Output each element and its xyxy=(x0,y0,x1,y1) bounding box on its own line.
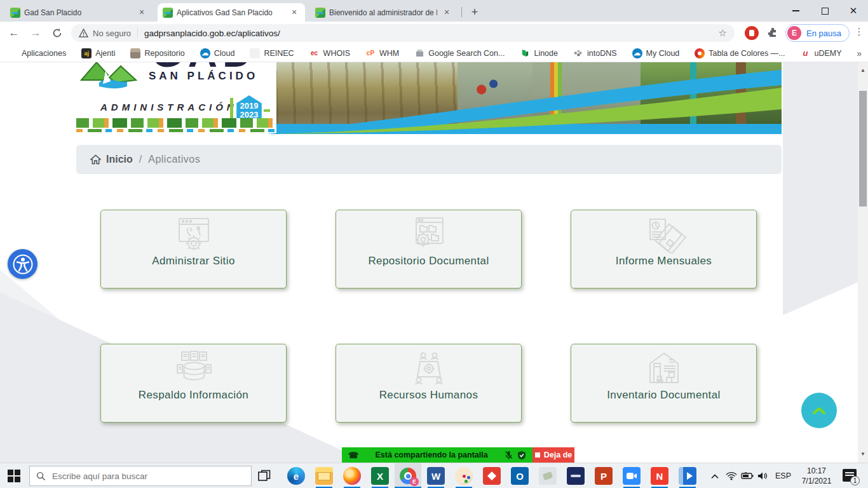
bookmark-aplicaciones[interactable]: Aplicaciones xyxy=(8,48,66,58)
bookmark-cloud[interactable]: ☁ Cloud xyxy=(200,48,235,58)
card-administrar-sitio[interactable]: Administrar Sitio xyxy=(100,210,287,288)
wifi-icon[interactable] xyxy=(726,463,737,488)
document-inventory-icon xyxy=(641,349,687,388)
clock-time: 10:17 xyxy=(797,466,836,476)
bookmark-star-icon[interactable]: ☆ xyxy=(719,27,727,39)
tab-aplicativos[interactable]: Aplicativos Gad San Placido × xyxy=(158,3,305,22)
tab-separator xyxy=(461,7,462,17)
card-label: Inventario Documental xyxy=(607,389,721,402)
gad-favicon xyxy=(315,8,325,18)
omnibox-divider xyxy=(137,28,138,38)
taskbar-clock[interactable]: 10:17 7/1/2021 xyxy=(797,466,836,486)
url-text[interactable]: gadprsanplacido.gob.ec/aplicativos/ xyxy=(144,29,719,38)
bookmark-whm[interactable]: cP WHM xyxy=(365,48,399,58)
card-inventario-documental[interactable]: Inventario Documental xyxy=(571,344,757,423)
paint-icon[interactable] xyxy=(455,467,473,485)
card-repositorio-documental[interactable]: Repositorio Documental xyxy=(336,210,522,288)
file-explorer-icon[interactable] xyxy=(315,467,333,485)
breadcrumb: Inicio / Aplicativos xyxy=(76,145,782,174)
accessibility-widget-button[interactable] xyxy=(8,249,37,279)
window-close-button[interactable]: ✕ xyxy=(839,0,868,22)
stop-sharing-button[interactable]: Deja de xyxy=(532,447,574,463)
bookmark-ajenti[interactable]: aj Ajenti xyxy=(81,48,115,58)
microphone-muted-icon xyxy=(505,451,513,460)
bookmark-tabla-colores[interactable]: Tabla de Colores —... xyxy=(695,48,785,58)
scroll-to-top-button[interactable] xyxy=(801,393,837,428)
site-admin-icon xyxy=(171,215,217,254)
apps-grid-icon xyxy=(8,48,18,58)
ecuador-ec-icon: ec xyxy=(309,48,320,58)
bookmarks-bar: Aplicaciones aj Ajenti Repositorio ☁ Clo… xyxy=(0,44,868,62)
powerpoint-icon[interactable]: P xyxy=(595,467,613,485)
excel-icon[interactable]: X xyxy=(371,467,389,485)
back-icon[interactable]: ← xyxy=(5,24,23,42)
card-informe-mensuales[interactable]: Informe Mensuales xyxy=(571,210,757,288)
language-indicator[interactable]: ESP xyxy=(775,463,791,488)
page-scrollbar[interactable]: ▲ ▼ xyxy=(858,62,868,463)
bookmark-whois[interactable]: ec WHOIS xyxy=(309,48,350,58)
chrome-icon[interactable]: E xyxy=(399,467,417,485)
bookmark-linode[interactable]: Linode xyxy=(520,48,558,58)
security-label[interactable]: No seguro xyxy=(93,29,131,38)
bookmarks-overflow-icon[interactable]: » xyxy=(857,48,862,58)
profile-avatar: E xyxy=(787,26,801,40)
start-button[interactable] xyxy=(8,470,20,482)
color-wheel-icon xyxy=(695,48,705,58)
tray-chevron-icon[interactable] xyxy=(710,463,719,488)
gad-favicon xyxy=(163,8,173,18)
bookmark-reinec[interactable]: REINEC xyxy=(250,48,294,58)
pdf-app-icon[interactable]: N xyxy=(651,467,668,485)
scrollbar-thumb[interactable] xyxy=(859,91,867,207)
monthly-report-icon xyxy=(641,215,687,254)
tab-administrador[interactable]: Bienvenido al administrador de I × xyxy=(310,3,458,22)
word-icon[interactable]: W xyxy=(427,467,445,485)
bookmark-mycloud[interactable]: ☁ My Cloud xyxy=(632,48,680,58)
bookmark-udemy[interactable]: u uDEMY xyxy=(801,48,842,58)
scrollbar-up-icon[interactable]: ▲ xyxy=(858,67,868,73)
card-respaldo-informacion[interactable]: Respaldo Información xyxy=(100,344,287,423)
bookmark-search-console[interactable]: Google Search Con... xyxy=(414,48,505,58)
tab-close-icon[interactable]: × xyxy=(136,7,147,18)
home-icon[interactable] xyxy=(90,154,101,165)
firefox-icon[interactable] xyxy=(343,467,361,485)
scrollbar-down-icon[interactable]: ▼ xyxy=(858,451,868,457)
udemy-icon: u xyxy=(801,48,811,58)
breadcrumb-home[interactable]: Inicio xyxy=(106,154,133,165)
scanner-app-icon[interactable] xyxy=(567,467,585,485)
edge-browser-icon[interactable]: e xyxy=(287,467,305,485)
window-minimize-button[interactable] xyxy=(781,0,810,22)
bookmark-intodns[interactable]: intoDNS xyxy=(573,48,617,58)
tab-title: Gad San Placido xyxy=(24,8,132,17)
speaker-icon[interactable] xyxy=(757,463,768,488)
new-tab-button[interactable]: + xyxy=(466,4,483,21)
task-view-icon[interactable] xyxy=(257,469,271,483)
tab-gad-san-placido[interactable]: Gad San Placido × xyxy=(5,3,153,22)
stop-square-icon xyxy=(535,452,540,458)
adblock-icon[interactable] xyxy=(745,26,759,40)
tab-title: Bienvenido al administrador de I xyxy=(329,8,437,17)
outlook-icon[interactable]: O xyxy=(511,467,529,485)
cloud-icon: ☁ xyxy=(200,48,210,58)
battery-icon[interactable] xyxy=(741,463,754,488)
scan-utility-icon[interactable] xyxy=(539,467,557,485)
chrome-menu-icon[interactable]: ⋮ xyxy=(853,26,865,37)
deploy-app-icon[interactable] xyxy=(483,467,501,485)
search-input[interactable] xyxy=(52,471,236,481)
bookmark-repositorio[interactable]: Repositorio xyxy=(130,48,184,58)
search-console-icon xyxy=(414,48,424,58)
tab-close-icon[interactable]: × xyxy=(288,7,300,18)
tab-close-icon[interactable]: × xyxy=(441,7,452,18)
taskbar-search[interactable] xyxy=(29,466,252,486)
card-label: Respaldo Información xyxy=(139,389,248,402)
site-header-banner: GAD SAN PLÁCIDO ADMINISTRACIÓN 2019 2023 xyxy=(76,62,782,134)
window-restore-button[interactable] xyxy=(810,0,839,22)
address-bar[interactable]: No seguro gadprsanplacido.gob.ec/aplicat… xyxy=(71,24,735,42)
card-recursos-humanos[interactable]: Recursos Humanos xyxy=(336,344,522,423)
extensions-puzzle-icon[interactable] xyxy=(766,26,780,40)
share-message: Está compartiendo la pantalla xyxy=(358,451,505,459)
media-player-icon[interactable] xyxy=(679,467,696,485)
zoom-app-icon[interactable] xyxy=(623,467,641,485)
profile-paused-pill[interactable]: E En pausa xyxy=(785,24,850,42)
reload-icon[interactable] xyxy=(48,24,66,42)
forward-icon[interactable]: → xyxy=(27,24,44,42)
